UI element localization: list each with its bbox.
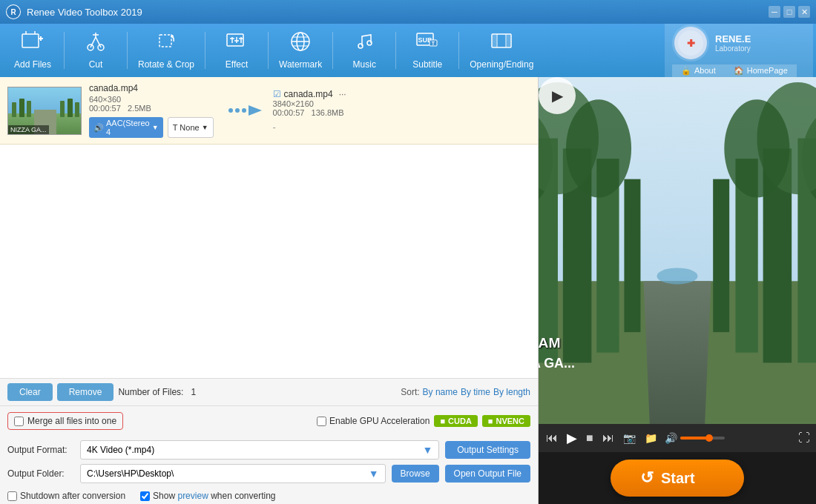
output-more-icon[interactable]: ··· (339, 89, 346, 99)
screenshot-button[interactable]: 📷 (622, 431, 637, 445)
svg-marker-52 (249, 105, 262, 116)
toolbar-cut[interactable]: Cut (66, 28, 125, 73)
svg-point-71 (724, 99, 789, 197)
lock-icon: 🔒 (681, 66, 691, 76)
browse-button[interactable]: Browse (392, 465, 439, 483)
gpu-acceleration-checkbox[interactable] (317, 417, 326, 426)
svg-rect-46 (68, 99, 73, 117)
volume-icon[interactable]: 🔊 (665, 432, 677, 444)
clear-button[interactable]: Clear (7, 383, 53, 401)
toolbar-effect[interactable]: Effect (207, 28, 266, 73)
left-panel: NIZZA GA... canada.mp4 640×360 00:00:57 … (0, 77, 539, 504)
sort-by-length[interactable]: By length (493, 387, 530, 397)
merge-checkbox-container[interactable]: Merge all files into one (7, 412, 123, 430)
next-button[interactable]: ⏭ (601, 430, 616, 446)
svg-point-49 (228, 108, 233, 113)
prev-button[interactable]: ⏮ (544, 430, 559, 446)
maximize-button[interactable]: □ (783, 6, 795, 18)
toolbar-opening-ending-label: Opening/Ending (470, 59, 533, 70)
output-format-row: Output Format: 4K Video (*.mp4) ▼ Output… (7, 440, 530, 460)
titlebar: R Renee Video Toolbox 2019 ─ □ ✕ (0, 0, 816, 24)
homepage-button[interactable]: 🏠 HomePage (725, 64, 797, 77)
shutdown-checkbox[interactable] (7, 491, 17, 501)
fullscreen-button[interactable]: ⛶ (798, 431, 810, 445)
format-area: Output Format: 4K Video (*.mp4) ▼ Output… (0, 436, 538, 488)
svg-marker-55 (644, 281, 711, 424)
window-controls: ─ □ ✕ (769, 6, 810, 18)
shutdown-checkbox-container[interactable]: Shutdown after conversion (7, 491, 125, 501)
play-pause-button[interactable]: ▶ (565, 428, 579, 448)
gpu-acceleration-checkbox-container[interactable]: Enable GPU Acceleration (317, 416, 430, 426)
sort-area: Sort: By name By time By length (401, 387, 530, 397)
toolbar-opening-ending[interactable]: Opening/Ending (461, 28, 542, 73)
volume-slider[interactable] (680, 437, 725, 440)
start-refresh-icon: ↺ (640, 468, 654, 488)
toolbar-add-files-label: Add Files (14, 59, 51, 70)
play-button-overlay[interactable]: ▶ (539, 77, 576, 114)
header-logo-area: ✚ RENE.E Laboratory 🔒 About 🏠 HomePage (665, 24, 813, 77)
toolbar-divider-7 (458, 32, 459, 69)
open-output-button[interactable]: Open Output File (445, 465, 530, 483)
video-preview: 11:30AM NIZZA GA... ▶ (539, 77, 816, 424)
toolbar-music[interactable]: Music (335, 28, 394, 73)
output-dash: - (273, 122, 530, 133)
output-format-label: Output Format: (7, 445, 74, 455)
toolbar-rotate-crop-label: Rotate & Crop (138, 59, 194, 70)
folder-button[interactable]: 📁 (643, 431, 659, 445)
watermark-icon (290, 31, 311, 56)
subtitle-select-button[interactable]: T None ▼ (168, 117, 214, 138)
stop-button[interactable]: ■ (585, 430, 595, 446)
close-button[interactable]: ✕ (798, 6, 810, 18)
audio-dropdown-arrow: ▼ (152, 124, 159, 131)
output-time: 00:00:57 (273, 108, 305, 117)
svg-point-72 (657, 268, 697, 284)
about-button[interactable]: 🔒 About (672, 64, 725, 77)
toolbar-subtitle[interactable]: SUB T Subtitle (398, 28, 457, 73)
output-dimensions: 3840×2160 (273, 99, 530, 108)
output-folder-arrow: ▼ (369, 468, 379, 480)
toolbar-rotate-crop[interactable]: Rotate & Crop (129, 28, 203, 73)
subtitle-icon: SUB T (416, 31, 438, 56)
svg-rect-37 (507, 35, 510, 47)
show-preview-label: Show preview when converting (153, 491, 275, 501)
sub-label: None (180, 123, 199, 132)
effect-icon (226, 31, 247, 56)
svg-rect-65 (713, 179, 729, 332)
gpu-group: Enable GPU Acceleration ■ CUDA ■ NVENC (317, 415, 530, 427)
svg-rect-47 (75, 102, 79, 117)
show-preview-checkbox[interactable] (140, 491, 150, 501)
toolbar-subtitle-label: Subtitle (412, 59, 442, 70)
opening-ending-icon (491, 31, 512, 56)
sort-by-time[interactable]: By time (461, 387, 490, 397)
app-title: Renee Video Toolbox 2019 (27, 7, 142, 18)
nvenc-badge: ■ NVENC (482, 415, 530, 427)
file-count-label: Number of Files: 1 (118, 387, 196, 397)
minimize-button[interactable]: ─ (769, 6, 780, 18)
output-settings-button[interactable]: Output Settings (445, 441, 530, 459)
svg-point-68 (566, 99, 631, 197)
merge-checkbox[interactable] (14, 417, 24, 426)
add-files-icon (22, 31, 44, 56)
convert-arrow (221, 99, 266, 122)
svg-text:R: R (10, 8, 16, 16)
file-list-area: NIZZA GA... canada.mp4 640×360 00:00:57 … (0, 77, 538, 378)
volume-area: 🔊 (665, 432, 725, 444)
thumbnail-image: NIZZA GA... (8, 87, 81, 134)
toolbar-watermark-label: Watermark (279, 59, 322, 70)
toolbar-effect-label: Effect (226, 59, 248, 70)
audio-select-button[interactable]: 🔊 AAC(Stereo 4 ▼ (89, 117, 163, 138)
toolbar-watermark[interactable]: Watermark (270, 28, 331, 73)
start-button[interactable]: ↺ Start (611, 460, 744, 497)
start-label: Start (661, 470, 695, 487)
sub-icon: T (173, 123, 178, 132)
svg-rect-43 (19, 99, 24, 117)
svg-rect-42 (12, 102, 16, 117)
show-preview-checkbox-container[interactable]: Show preview when converting (140, 491, 275, 501)
toolbar-add-files[interactable]: Add Files (3, 28, 62, 73)
output-folder-select[interactable]: C:\Users\HP\Desktop\ ▼ (80, 464, 386, 483)
remove-button[interactable]: Remove (57, 383, 114, 401)
output-format-select[interactable]: 4K Video (*.mp4) ▼ (80, 440, 439, 460)
sort-by-name[interactable]: By name (423, 387, 458, 397)
cut-icon (85, 31, 106, 56)
svg-rect-44 (27, 101, 31, 117)
